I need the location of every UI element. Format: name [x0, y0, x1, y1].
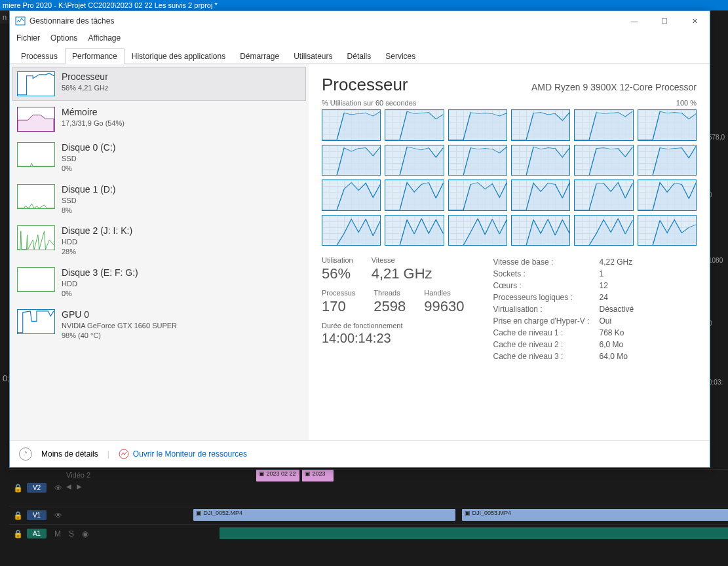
- tab-bar: Processus Performance Historique des app…: [10, 45, 710, 64]
- task-manager-footer: ˄ Moins de détails | Ouvrir le Moniteur …: [10, 440, 710, 467]
- cpu-core-chart: [638, 179, 697, 211]
- mute-button[interactable]: M: [54, 529, 61, 538]
- cpu-core-chart: [638, 215, 697, 246]
- cpu-core-chart: [448, 145, 507, 176]
- timeline-clip[interactable]: ▣ DJI_0052.MP4: [193, 509, 455, 521]
- premiere-timeline: 0; 🔒 V2 👁 Vidéo 2 ◀ ▶ ▣ 2023 02 22 ▣ 202…: [9, 469, 728, 566]
- cpu-core-chart: [385, 145, 444, 176]
- tab-services[interactable]: Services: [378, 48, 423, 64]
- window-titlebar[interactable]: Gestionnaire des tâches — ☐ ✕: [10, 11, 710, 31]
- chart-max-label: 100 %: [676, 99, 697, 107]
- cpu-core-chart: [322, 145, 381, 176]
- sidebar-item-cpu[interactable]: Processeur56% 4,21 GHz: [12, 67, 306, 101]
- chevron-up-icon[interactable]: ˄: [19, 447, 32, 461]
- cpu-core-chart: [322, 109, 381, 141]
- task-manager-window: Gestionnaire des tâches — ☐ ✕ Fichier Op…: [9, 10, 710, 468]
- sidebar-item-disk0[interactable]: Disque 0 (C:)SSD0%: [12, 138, 306, 178]
- eye-icon[interactable]: 👁: [54, 511, 62, 520]
- track-v1[interactable]: V1: [27, 510, 47, 520]
- cpu-core-chart: [574, 145, 633, 176]
- solo-button[interactable]: S: [69, 529, 74, 538]
- cpu-core-chart: [574, 109, 633, 141]
- track-v2[interactable]: V2: [27, 483, 47, 493]
- cpu-model: AMD Ryzen 9 3900X 12-Core Processor: [531, 82, 697, 92]
- cpu-details-table: Vitesse de base :4,22 GHz Sockets :1 Cœu…: [493, 256, 634, 362]
- sidebar-item-disk1[interactable]: Disque 1 (D:)SSD8%: [12, 179, 306, 220]
- cpu-core-chart: [511, 179, 570, 211]
- utilisation-value: 56%: [322, 265, 353, 282]
- eye-icon[interactable]: 👁: [54, 483, 62, 493]
- sidebar-item-disk3[interactable]: Disque 3 (E: F: G:)HDD0%: [12, 263, 306, 303]
- timeline-clip[interactable]: ▣ 2023: [302, 470, 334, 481]
- lock-icon[interactable]: 🔒: [13, 511, 23, 520]
- fewer-details-button[interactable]: Moins de détails: [41, 449, 98, 459]
- cpu-core-chart: [511, 145, 570, 176]
- speed-value: 4,21 GHz: [372, 265, 432, 282]
- cpu-core-chart: [322, 179, 381, 211]
- cpu-core-chart: [448, 179, 507, 211]
- lock-icon[interactable]: 🔒: [13, 483, 23, 493]
- tab-app-history[interactable]: Historique des applications: [125, 48, 233, 64]
- processes-value: 170: [322, 298, 355, 315]
- cpu-core-chart: [638, 109, 697, 141]
- menu-file[interactable]: Fichier: [16, 33, 40, 43]
- timeline-audio-clip[interactable]: [220, 527, 728, 539]
- task-manager-icon: [15, 16, 26, 26]
- threads-value: 2598: [374, 298, 406, 315]
- cpu-cores-grid[interactable]: [322, 109, 697, 246]
- close-button[interactable]: ✕: [680, 11, 710, 31]
- open-resource-monitor-link[interactable]: Ouvrir le Moniteur de ressources: [119, 449, 247, 459]
- cpu-core-chart: [322, 215, 381, 246]
- timeline-clip[interactable]: ▣ DJI_0053.MP4: [462, 509, 728, 521]
- chart-axis-label: % Utilisation sur 60 secondes: [322, 99, 416, 107]
- cpu-core-chart: [385, 109, 444, 141]
- tab-users[interactable]: Utilisateurs: [286, 48, 339, 64]
- tab-performance[interactable]: Performance: [65, 48, 125, 64]
- performance-sidebar: Processeur56% 4,21 GHz Mémoire17,3/31,9 …: [10, 64, 309, 440]
- minimize-button[interactable]: —: [619, 11, 649, 31]
- maximize-button[interactable]: ☐: [649, 11, 680, 31]
- tab-processes[interactable]: Processus: [14, 48, 65, 64]
- sidebar-item-memory[interactable]: Mémoire17,3/31,9 Go (54%): [12, 102, 306, 136]
- cpu-core-chart: [638, 145, 697, 176]
- cpu-core-chart: [448, 109, 507, 141]
- page-title: Processeur: [322, 75, 408, 95]
- uptime-value: 14:00:14:23: [322, 331, 465, 346]
- cpu-core-chart: [574, 215, 633, 246]
- menu-view[interactable]: Affichage: [88, 33, 121, 43]
- background-app-title: miere Pro 2020 - K:\Projet CC2020\2023 0…: [0, 0, 728, 10]
- cpu-core-chart: [574, 179, 633, 211]
- performance-main-panel: Processeur AMD Ryzen 9 3900X 12-Core Pro…: [309, 64, 710, 440]
- cpu-core-chart: [448, 215, 507, 246]
- sidebar-item-gpu0[interactable]: GPU 0NVIDIA GeForce GTX 1660 SUPER98% (4…: [12, 305, 306, 345]
- cpu-core-chart: [511, 109, 570, 141]
- cpu-core-chart: [385, 179, 444, 211]
- track-a1[interactable]: A1: [27, 529, 47, 538]
- background-menu-fragment: n: [0, 10, 9, 24]
- lock-icon[interactable]: 🔒: [13, 529, 23, 538]
- cpu-core-chart: [511, 215, 570, 246]
- timeline-clip[interactable]: ▣ 2023 02 22: [256, 470, 299, 481]
- tab-startup[interactable]: Démarrage: [233, 48, 286, 64]
- resource-monitor-icon: [119, 449, 129, 459]
- menu-options[interactable]: Options: [50, 33, 77, 43]
- record-icon[interactable]: ◉: [82, 529, 88, 538]
- handles-value: 99630: [424, 298, 464, 315]
- sidebar-item-disk2[interactable]: Disque 2 (J: I: K:)HDD28%: [12, 221, 306, 261]
- tab-details[interactable]: Détails: [340, 48, 379, 64]
- menu-bar: Fichier Options Affichage: [10, 31, 710, 45]
- window-title: Gestionnaire des tâches: [29, 16, 619, 26]
- cpu-core-chart: [385, 215, 444, 246]
